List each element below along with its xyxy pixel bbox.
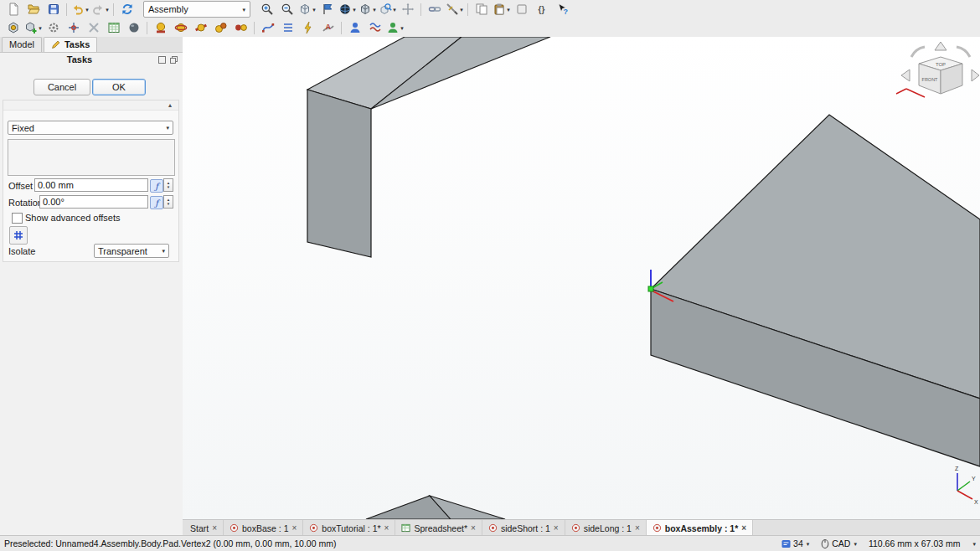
doc-tab-boxassembly[interactable]: boxAssembly : 1* × — [647, 520, 753, 536]
chevron-down-icon[interactable]: ▾ — [507, 7, 510, 13]
close-icon[interactable]: × — [554, 523, 559, 533]
views-cube-icon — [358, 3, 372, 16]
reference-listbox[interactable] — [8, 139, 175, 176]
delete-element-button[interactable] — [84, 20, 103, 36]
open-spreadsheet-button[interactable] — [104, 20, 123, 36]
copy-button[interactable] — [472, 2, 491, 18]
zoom-box-button[interactable]: ▾ — [378, 2, 397, 18]
close-icon[interactable]: × — [212, 523, 217, 533]
quick-solve-button[interactable] — [298, 20, 317, 36]
part-base-plate[interactable] — [651, 115, 980, 466]
expression-editor-button[interactable]: {} — [532, 2, 551, 18]
doc-tab-boxtutorial[interactable]: boxTutorial : 1* × — [303, 520, 395, 536]
insert-component-button[interactable]: ▾ — [23, 20, 43, 36]
spin-down-icon[interactable]: ▾ — [168, 185, 170, 189]
3d-viewport[interactable]: TOP FRONT Z Y X — [183, 37, 980, 519]
tab-tasks-label: Tasks — [64, 39, 90, 49]
doc-tab-sidelong[interactable]: sideLong : 1 × — [565, 520, 647, 536]
zoom-in-button[interactable] — [257, 2, 276, 18]
edit-placement-button[interactable] — [64, 20, 83, 36]
cylindrical-joint-button[interactable] — [191, 20, 210, 36]
navcube-arrow-left[interactable] — [901, 70, 910, 81]
close-icon[interactable]: × — [291, 523, 297, 533]
fit-selection-button[interactable] — [317, 2, 337, 18]
create-group-button[interactable] — [512, 2, 531, 18]
open-folder-icon — [27, 3, 40, 16]
whats-this-button[interactable]: ? — [552, 2, 571, 18]
groupbox-collapse-header[interactable]: ▴ — [3, 100, 178, 111]
toggle-construction-button[interactable] — [278, 20, 297, 36]
redo-button[interactable]: ▾ — [90, 2, 110, 18]
gear-tool-button[interactable] — [44, 20, 63, 36]
chevron-down-icon[interactable]: ▾ — [373, 7, 376, 13]
chevron-down-icon[interactable]: ▾ — [312, 7, 316, 13]
tasks-body: Cancel OK ▴ Fixed ▾ Offset ƒ ▴▾ Rotation… — [0, 50, 183, 535]
statusbar-expander[interactable]: ▾ — [972, 541, 976, 547]
isolate-select[interactable]: Transparent ▾ — [94, 244, 169, 258]
undo-button[interactable]: ▾ — [70, 2, 90, 18]
close-icon[interactable]: × — [741, 523, 746, 533]
paste-button[interactable]: ▾ — [492, 2, 511, 18]
advanced-offsets-checkbox[interactable] — [12, 213, 23, 224]
navcube-rotate-cw[interactable] — [957, 47, 970, 57]
navigation-sphere-button[interactable]: ▾ — [338, 2, 357, 18]
ball-joint-button[interactable] — [211, 20, 230, 36]
rotation-expression-button[interactable]: ƒ — [150, 196, 163, 209]
offset-input[interactable] — [34, 178, 148, 192]
doc-tab-boxbase[interactable]: boxBase : 1 × — [224, 520, 303, 536]
revolute-joint-button[interactable] — [171, 20, 190, 36]
chevron-down-icon[interactable]: ▾ — [106, 7, 109, 13]
doc-tab-spreadsheet[interactable]: Spreadsheet* × — [395, 520, 482, 536]
navigation-style-widget[interactable]: CAD ▾ — [821, 538, 857, 548]
doc-tab-start[interactable]: Start × — [184, 520, 224, 536]
draw-style-button[interactable]: ▾ — [297, 2, 317, 18]
flip-direction-button[interactable] — [9, 226, 28, 245]
close-icon[interactable]: × — [384, 523, 389, 533]
doc-tab-sideshort[interactable]: sideShort : 1 × — [482, 520, 565, 536]
save-document-button[interactable] — [44, 2, 63, 18]
offset-expression-button[interactable]: ƒ — [150, 179, 163, 193]
part-bottom-corner[interactable] — [366, 496, 505, 519]
chevron-down-icon[interactable]: ▾ — [393, 7, 396, 13]
offset-spinner[interactable]: ▴▾ — [163, 178, 173, 192]
measure-button[interactable]: ▾ — [445, 2, 464, 18]
motion-curves-button[interactable] — [365, 20, 384, 36]
pan-view-button[interactable] — [398, 2, 417, 18]
chevron-down-icon[interactable]: ▾ — [460, 7, 463, 13]
create-assembly-button[interactable] — [3, 20, 23, 36]
fixed-joint-button[interactable] — [151, 20, 170, 36]
refresh-button[interactable] — [117, 2, 137, 18]
cancel-button[interactable]: Cancel — [34, 79, 90, 95]
distance-joint-button[interactable] — [231, 20, 250, 36]
close-icon[interactable]: × — [635, 523, 640, 533]
standard-views-button[interactable]: ▾ — [358, 2, 377, 18]
new-document-button[interactable] — [3, 2, 23, 18]
person-blue-button[interactable] — [345, 20, 364, 36]
rotation-input[interactable] — [39, 195, 148, 209]
navigation-cube[interactable]: TOP FRONT — [896, 42, 979, 97]
navcube-arrow-up[interactable] — [935, 42, 946, 50]
navcube-rotate-ccw[interactable] — [911, 47, 925, 57]
toggle-visibility-button[interactable] — [124, 20, 143, 36]
chevron-down-icon[interactable]: ▾ — [39, 25, 42, 31]
annotation-button[interactable]: A — [318, 20, 338, 36]
create-bspline-button[interactable] — [258, 20, 277, 36]
notifications-widget[interactable]: 34 ▾ — [781, 538, 809, 548]
collapse-arrow-icon[interactable]: ▴ — [168, 101, 172, 109]
workbench-selector[interactable]: Assembly ▾ — [143, 1, 250, 18]
preselected-vertex[interactable] — [648, 286, 653, 291]
ok-button[interactable]: OK — [92, 79, 146, 95]
person-green-button[interactable]: ▾ — [385, 20, 405, 36]
spin-down-icon[interactable]: ▾ — [168, 202, 170, 206]
open-document-button[interactable] — [23, 2, 43, 18]
chevron-down-icon[interactable]: ▾ — [85, 7, 89, 13]
chevron-down-icon[interactable]: ▾ — [400, 25, 404, 31]
make-link-button[interactable] — [425, 2, 444, 18]
chevron-down-icon[interactable]: ▾ — [353, 7, 356, 13]
part-box-tall[interactable] — [307, 37, 550, 257]
navcube-arrow-right[interactable] — [972, 70, 979, 81]
close-icon[interactable]: × — [471, 523, 476, 533]
attachment-mode-select[interactable]: Fixed ▾ — [8, 121, 173, 135]
zoom-out-button[interactable] — [277, 2, 297, 18]
rotation-spinner[interactable]: ▴▾ — [163, 195, 173, 209]
